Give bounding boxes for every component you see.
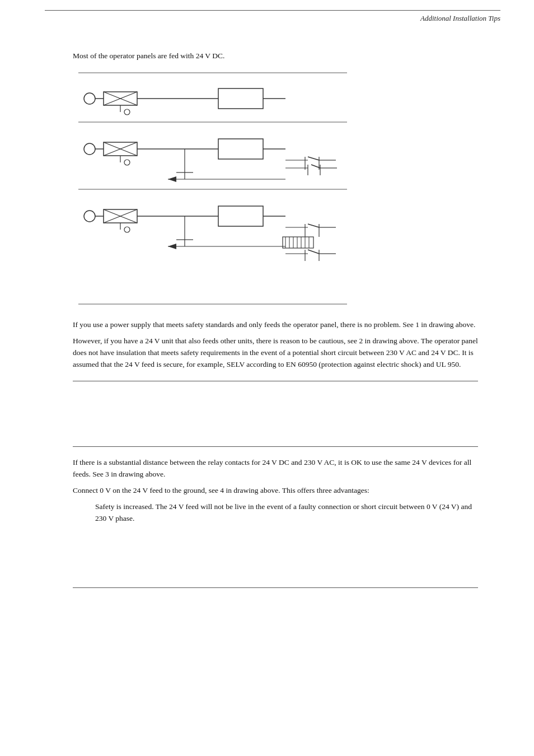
svg-rect-20: [218, 139, 263, 159]
svg-rect-9: [218, 88, 263, 109]
bullet-list: Safety is increased. The 24 V feed will …: [95, 501, 478, 525]
header-title: Additional Installation Tips: [420, 14, 500, 22]
svg-point-43: [124, 227, 130, 232]
svg-point-6: [124, 109, 130, 115]
section2-text: If there is a substantial distance betwe…: [73, 457, 478, 525]
circuit-diagram: [73, 72, 478, 307]
svg-point-17: [124, 160, 130, 165]
main-content: Most of the operator panels are fed with…: [73, 50, 478, 598]
svg-rect-46: [218, 206, 263, 226]
section2-p1: If there is a substantial distance betwe…: [73, 457, 478, 480]
svg-point-38: [84, 211, 95, 222]
svg-line-61: [308, 224, 319, 227]
section1-text: If you use a power supply that meets saf…: [73, 319, 478, 371]
svg-point-12: [84, 143, 95, 155]
separator-1: [73, 381, 478, 381]
page: Additional Installation Tips Most of the…: [0, 0, 534, 756]
separator-3: [73, 587, 478, 588]
svg-line-68: [308, 250, 319, 254]
section2-p2: Connect 0 V on the 24 V feed to the grou…: [73, 485, 478, 497]
svg-point-1: [84, 93, 95, 104]
intro-text: Most of the operator panels are fed with…: [73, 50, 478, 62]
svg-line-27: [308, 157, 319, 160]
section1-p1: If you use a power supply that meets saf…: [73, 319, 478, 331]
page-header: Additional Installation Tips: [45, 10, 500, 23]
separator-2: [73, 446, 478, 447]
section1-p2: However, if you have a 24 V unit that al…: [73, 335, 478, 371]
